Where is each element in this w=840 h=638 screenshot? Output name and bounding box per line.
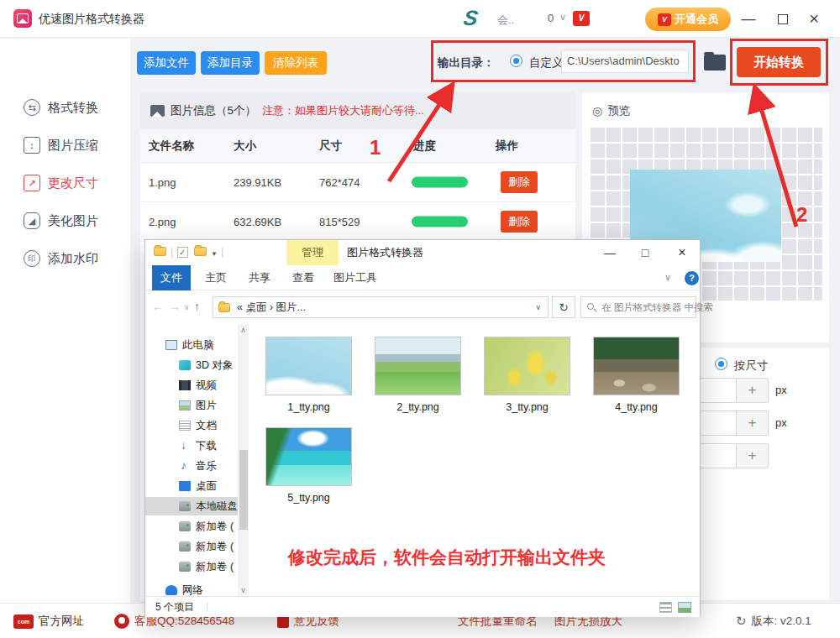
scroll-down-icon[interactable]: ∨ [238,586,249,594]
file-thumbnail[interactable] [375,337,461,395]
tree-item-local-disk[interactable]: 本地磁盘 [145,497,238,515]
tree-item-desktop[interactable]: 桌面 [179,477,217,495]
annotation-step-1: 1 [370,136,381,160]
sidebar: ⇆ 格式转换 ↕ 图片压缩 ↗ 更改尺寸 ◢ 美化图片 印 添加水印 [0,39,130,604]
file-thumbnail[interactable] [265,427,352,486]
cell-size: 632.69KB [234,216,281,228]
output-path-input[interactable]: C:\Users\admin\Deskto [561,50,689,73]
tree-item-this-pc[interactable]: 此电脑 [165,336,214,354]
beautify-icon: ◢ [24,212,40,229]
output-dir-label: 输出目录： [438,55,495,71]
official-site-link[interactable]: com 官方网址 [13,604,84,638]
explorer-close-button[interactable]: × [668,240,696,265]
details-view-icon[interactable] [659,602,672,613]
tree-item-videos[interactable]: 视频 [179,376,217,395]
address-drop-icon[interactable]: ∨ [535,297,541,317]
wait-warning-text: 注意：如果图片较大请耐心等待... [262,103,424,118]
search-input[interactable]: 在 图片格式转换器 中搜索 [580,296,696,318]
tree-label: 下载 [196,439,217,453]
credit-count: 0 [548,12,554,24]
scrollbar-thumb[interactable] [239,450,248,530]
refresh-button[interactable]: ↻ [552,296,575,318]
recent-drop-icon[interactable]: ∨ [184,303,190,311]
cell-dims: 762*474 [319,176,360,189]
vip-badge-icon: V [573,11,590,26]
file-name[interactable]: 5_tty.png [265,492,352,504]
add-folder-button[interactable]: 添加目录 [201,51,260,75]
file-name[interactable]: 2_tty.png [375,401,461,413]
file-thumbnail[interactable] [265,337,352,395]
watermark-icon: 印 [24,250,40,267]
tab-picture-tools[interactable]: 图片工具 [328,265,382,290]
image-info-icon [150,105,165,117]
tab-file[interactable]: 文件 [152,265,191,290]
tree-item-documents[interactable]: 文档 [179,416,217,435]
back-icon[interactable]: ← [152,300,164,313]
file-name[interactable]: 3_tty.png [484,401,570,413]
by-size-radio[interactable] [715,358,727,370]
tab-home[interactable]: 主页 [197,265,234,290]
tree-item-pictures[interactable]: 图片 [179,396,217,415]
thumbnail-view-icon[interactable] [678,602,691,613]
height-plus-stepper[interactable]: + [737,411,769,436]
explorer-minimize-button[interactable]: — [596,240,624,265]
tree-item-downloads[interactable]: 下载 [179,437,217,455]
tab-share[interactable]: 共享 [241,265,278,290]
open-vip-button[interactable]: V 开通会员 [645,8,731,31]
brand-s-icon: S [462,6,480,30]
qat-folder-icon[interactable] [154,247,166,256]
tree-label: 音乐 [196,459,217,473]
explorer-titlebar: | ✓ ▼ | 管理 图片格式转换器 — □ × [145,240,700,265]
account-label[interactable]: 会.. [497,13,514,28]
help-icon[interactable]: ? [685,271,699,285]
sidebar-item-format-convert[interactable]: ⇆ 格式转换 [24,95,98,120]
tree-item-music[interactable]: 音乐 [179,457,217,475]
file-name[interactable]: 1_tty.png [265,401,352,413]
manage-context-tab[interactable]: 管理 [286,240,339,265]
pictures-icon [179,400,191,411]
tree-scrollbar[interactable]: ∧ ∨ [238,324,249,596]
scroll-up-icon[interactable]: ∧ [238,326,249,334]
qat-folder-icon[interactable] [194,247,207,256]
sidebar-item-watermark[interactable]: 印 添加水印 [24,246,98,271]
tree-item-volume[interactable]: 新加卷 ( [179,537,234,556]
maximize-button[interactable] [778,14,788,24]
support-icon [114,614,129,629]
qat-dropdown-icon[interactable]: ▼ [211,250,218,258]
sidebar-item-compress[interactable]: ↕ 图片压缩 [24,133,98,158]
extra-plus-stepper[interactable]: + [737,443,769,468]
ribbon-collapse-icon[interactable]: ∨ [664,272,671,283]
col-progress: 进度 [413,139,436,154]
breadcrumb[interactable]: « 桌面 › 图片... [237,297,306,317]
delete-button[interactable]: 删除 [501,171,538,193]
cell-size: 239.91KB [234,176,281,189]
sidebar-item-beautify[interactable]: ◢ 美化图片 [24,208,98,233]
browse-folder-icon[interactable] [704,55,726,71]
qat-check-icon[interactable]: ✓ [177,247,188,258]
custom-radio[interactable] [510,55,522,67]
close-button[interactable]: × [803,0,825,38]
tree-item-volume[interactable]: 新加卷 ( [179,557,234,576]
minimize-button[interactable]: — [738,0,759,38]
tree-item-3d[interactable]: 3D 对象 [179,356,233,374]
add-files-button[interactable]: 添加文件 [137,51,196,75]
start-convert-button[interactable]: 开始转换 [737,47,821,77]
width-plus-stepper[interactable]: + [737,378,769,403]
up-icon[interactable]: ↑ [194,300,200,313]
delete-button[interactable]: 删除 [501,211,538,233]
file-name[interactable]: 4_tty.png [593,401,680,413]
tab-view[interactable]: 查看 [285,265,322,290]
chevron-down-icon[interactable]: ∨ [559,12,566,23]
file-thumbnail[interactable] [593,337,680,395]
forward-icon[interactable]: → [169,300,181,313]
clear-list-button[interactable]: 清除列表 [265,51,327,75]
explorer-maximize-button[interactable]: □ [631,240,659,265]
address-bar[interactable]: « 桌面 › 图片... ∨ [213,296,549,318]
open-vip-label: 开通会员 [675,12,718,27]
tree-item-volume[interactable]: 新加卷 ( [179,517,234,536]
annotation-note: 修改完成后，软件会自动打开输出文件夹 [288,546,606,569]
sidebar-item-resize[interactable]: ↗ 更改尺寸 [24,170,98,196]
disk-icon [179,541,191,552]
vip-badge-icon: V [658,13,671,26]
file-thumbnail[interactable] [484,337,570,395]
